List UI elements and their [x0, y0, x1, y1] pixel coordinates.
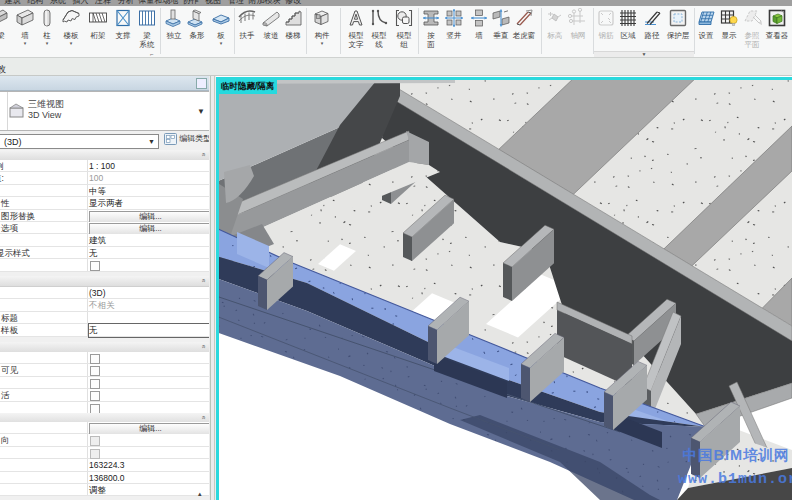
- svg-text:中国BIM培训网: 中国BIM培训网: [682, 447, 789, 463]
- svg-text:www.b1mun.org: www.b1mun.org: [678, 471, 792, 488]
